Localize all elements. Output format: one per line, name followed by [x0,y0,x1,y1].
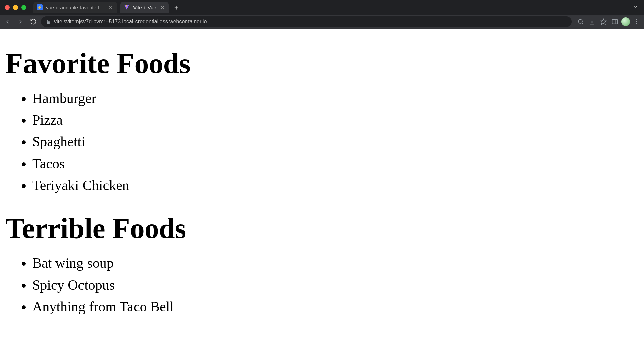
new-tab-button[interactable]: ＋ [172,3,181,12]
toolbar [0,15,644,29]
svg-point-8 [636,21,637,22]
profile-avatar[interactable] [621,17,630,26]
install-app-icon[interactable] [587,17,597,27]
toolbar-right-icons [574,17,641,27]
close-tab-icon[interactable]: ✕ [108,4,114,11]
lock-icon [46,19,51,24]
list-item[interactable]: Pizza [32,109,639,131]
page-viewport: Favorite Foods Hamburger Pizza Spaghetti… [0,29,644,362]
list-item[interactable]: Spaghetti [32,131,639,153]
svg-line-3 [582,23,583,24]
zoom-icon[interactable] [576,17,586,27]
tab-title: Vite + Vue [133,5,156,10]
tab-vite-vue[interactable]: Vite + Vue ✕ [120,2,169,13]
list-item[interactable]: Anything from Taco Bell [32,296,639,318]
menu-icon[interactable] [631,17,641,27]
svg-rect-5 [612,19,618,24]
list-item[interactable]: Spicy Octopus [32,274,639,296]
list-item[interactable]: Tacos [32,153,639,175]
window-close-button[interactable] [5,5,10,10]
tab-title: vue-draggable-favorite-foods [46,5,105,10]
address-bar[interactable] [41,16,572,27]
svg-marker-4 [601,19,606,25]
svg-point-7 [636,19,637,20]
svg-point-2 [578,19,582,23]
heading-terrible-foods: Terrible Foods [5,213,639,244]
window-dropdown-button[interactable] [630,4,641,11]
favorite-foods-list: Hamburger Pizza Spaghetti Tacos Teriyaki… [5,87,639,196]
side-panel-icon[interactable] [610,17,620,27]
tab-strip: ⚡ vue-draggable-favorite-foods ✕ Vite + … [0,0,644,15]
terrible-foods-list: Bat wing soup Spicy Octopus Anything fro… [5,252,639,318]
url-input[interactable] [54,19,567,25]
svg-point-9 [636,23,637,24]
heading-favorite-foods: Favorite Foods [5,48,639,79]
bookmark-icon[interactable] [598,17,608,27]
close-tab-icon[interactable]: ✕ [160,4,165,11]
window-controls [3,5,30,10]
window-minimize-button[interactable] [13,5,18,10]
page-content: Favorite Foods Hamburger Pizza Spaghetti… [5,48,639,318]
list-item[interactable]: Hamburger [32,87,639,109]
vite-icon [124,4,130,10]
back-button[interactable] [3,17,13,27]
browser-chrome: ⚡ vue-draggable-favorite-foods ✕ Vite + … [0,0,644,29]
window-maximize-button[interactable] [21,5,26,10]
list-item[interactable]: Teriyaki Chicken [32,175,639,196]
forward-button[interactable] [15,17,25,27]
list-item[interactable]: Bat wing soup [32,252,639,274]
tab-vue-draggable-favorite-foods[interactable]: ⚡ vue-draggable-favorite-foods ✕ [33,2,117,13]
stackblitz-icon: ⚡ [37,4,43,10]
reload-button[interactable] [28,17,38,27]
